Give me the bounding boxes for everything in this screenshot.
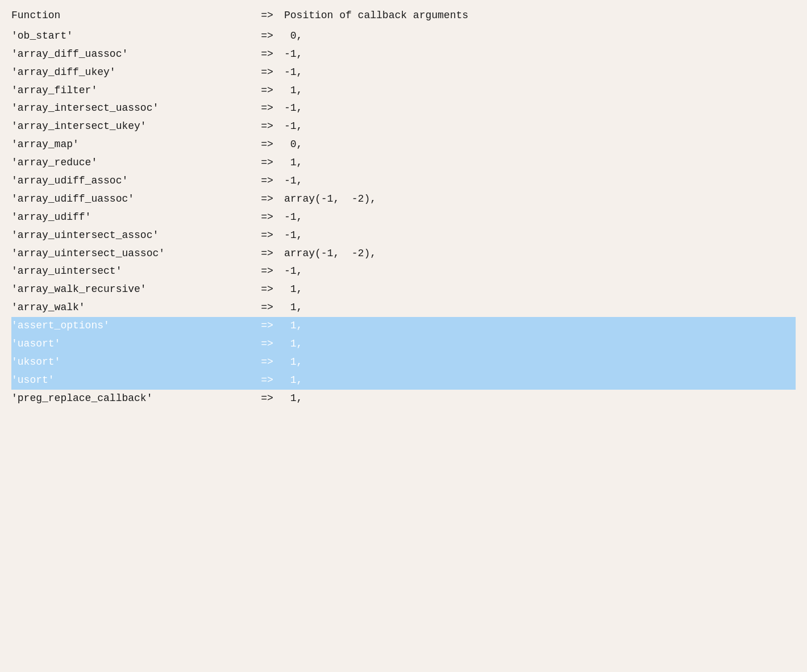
cell-function: 'array_uintersect_uassoc' <box>11 245 250 263</box>
cell-value: 1, <box>284 390 796 408</box>
cell-function: 'array_uintersect_assoc' <box>11 227 250 245</box>
cell-arrow: => <box>250 245 284 263</box>
cell-function: 'usort' <box>11 372 250 390</box>
cell-arrow: => <box>250 82 284 100</box>
cell-value: 0, <box>284 27 796 45</box>
cell-function: 'array_intersect_ukey' <box>11 118 250 136</box>
cell-arrow: => <box>250 227 284 245</box>
table-row: 'array_filter'=> 1, <box>11 82 796 100</box>
cell-function: 'ob_start' <box>11 27 250 45</box>
header-arrow: => <box>250 7 284 27</box>
cell-arrow: => <box>250 335 284 353</box>
cell-arrow: => <box>250 299 284 317</box>
table-row: 'preg_replace_callback'=> 1, <box>11 390 796 408</box>
table-row: 'array_reduce'=> 1, <box>11 154 796 172</box>
cell-function: 'array_walk' <box>11 299 250 317</box>
cell-function: 'assert_options' <box>11 317 250 335</box>
cell-value: -1, <box>284 99 796 118</box>
cell-arrow: => <box>250 281 284 299</box>
cell-value: -1, <box>284 45 796 64</box>
cell-value: array(-1, -2), <box>284 245 796 263</box>
cell-arrow: => <box>250 118 284 136</box>
cell-function: 'array_udiff_uassoc' <box>11 190 250 208</box>
table-row: 'array_udiff_assoc'=>-1, <box>11 172 796 190</box>
cell-function: 'array_map' <box>11 136 250 154</box>
cell-value: 1, <box>284 353 796 372</box>
cell-function: 'array_uintersect' <box>11 262 250 281</box>
table-row: 'array_udiff'=>-1, <box>11 208 796 227</box>
cell-function: 'array_diff_uassoc' <box>11 45 250 64</box>
cell-arrow: => <box>250 27 284 45</box>
cell-value: -1, <box>284 64 796 82</box>
cell-function: 'array_walk_recursive' <box>11 281 250 299</box>
cell-value: 1, <box>284 82 796 100</box>
cell-arrow: => <box>250 208 284 227</box>
cell-value: 1, <box>284 154 796 172</box>
table-header: Function => Position of callback argumen… <box>11 7 796 27</box>
cell-arrow: => <box>250 390 284 408</box>
table-row: 'array_uintersect_assoc'=>-1, <box>11 227 796 245</box>
cell-value: 1, <box>284 317 796 335</box>
cell-value: array(-1, -2), <box>284 190 796 208</box>
table-row: 'array_intersect_ukey'=>-1, <box>11 118 796 136</box>
cell-function: 'array_intersect_uassoc' <box>11 99 250 118</box>
cell-value: -1, <box>284 172 796 190</box>
cell-function: 'array_reduce' <box>11 154 250 172</box>
cell-value: 0, <box>284 136 796 154</box>
cell-value: 1, <box>284 281 796 299</box>
cell-arrow: => <box>250 99 284 118</box>
table-row: 'uasort'=> 1, <box>11 335 796 353</box>
cell-arrow: => <box>250 172 284 190</box>
cell-value: -1, <box>284 208 796 227</box>
table-row: 'array_diff_ukey'=>-1, <box>11 64 796 82</box>
cell-arrow: => <box>250 353 284 372</box>
table-row: 'array_walk_recursive'=> 1, <box>11 281 796 299</box>
table-row: 'array_intersect_uassoc'=>-1, <box>11 99 796 118</box>
cell-value: 1, <box>284 335 796 353</box>
table-row: 'array_uintersect'=>-1, <box>11 262 796 281</box>
table-row: 'assert_options'=> 1, <box>11 317 796 335</box>
header-position: Position of callback arguments <box>284 7 796 27</box>
table-row: 'array_udiff_uassoc'=>array(-1, -2), <box>11 190 796 208</box>
cell-arrow: => <box>250 317 284 335</box>
cell-function: 'uksort' <box>11 353 250 372</box>
table-row: 'ob_start'=> 0, <box>11 27 796 45</box>
header-function: Function <box>11 7 250 27</box>
cell-value: 1, <box>284 372 796 390</box>
cell-arrow: => <box>250 64 284 82</box>
cell-arrow: => <box>250 45 284 64</box>
cell-function: 'uasort' <box>11 335 250 353</box>
table-row: 'uksort'=> 1, <box>11 353 796 372</box>
cell-function: 'array_filter' <box>11 82 250 100</box>
cell-value: -1, <box>284 227 796 245</box>
cell-function: 'array_udiff_assoc' <box>11 172 250 190</box>
table-row: 'array_uintersect_uassoc'=>array(-1, -2)… <box>11 245 796 263</box>
cell-value: 1, <box>284 299 796 317</box>
cell-arrow: => <box>250 372 284 390</box>
table-row: 'array_map'=> 0, <box>11 136 796 154</box>
cell-value: -1, <box>284 118 796 136</box>
table-row: 'array_walk'=> 1, <box>11 299 796 317</box>
cell-function: 'array_udiff' <box>11 208 250 227</box>
cell-arrow: => <box>250 190 284 208</box>
cell-function: 'preg_replace_callback' <box>11 390 250 408</box>
cell-arrow: => <box>250 262 284 281</box>
cell-arrow: => <box>250 154 284 172</box>
cell-function: 'array_diff_ukey' <box>11 64 250 82</box>
cell-arrow: => <box>250 136 284 154</box>
table-row: 'usort'=> 1, <box>11 372 796 390</box>
cell-value: -1, <box>284 262 796 281</box>
table-row: 'array_diff_uassoc'=>-1, <box>11 45 796 64</box>
callback-table: Function => Position of callback argumen… <box>11 7 796 408</box>
